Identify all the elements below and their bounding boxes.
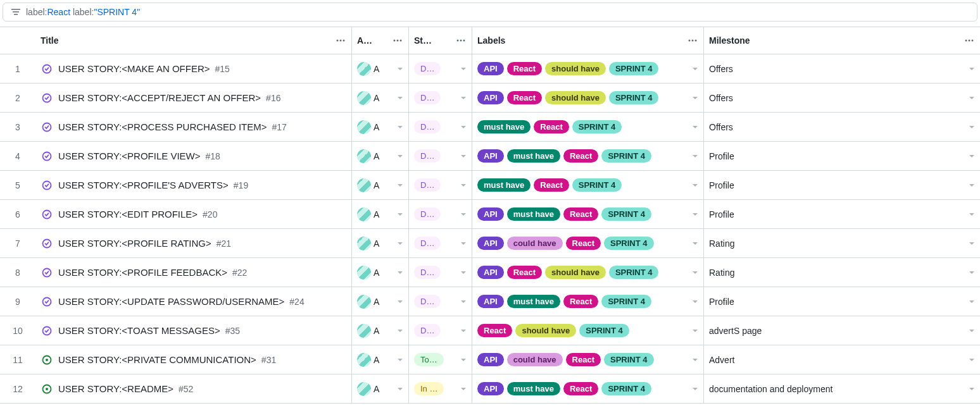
assignee-cell[interactable]: A <box>352 345 409 374</box>
label-couldhave[interactable]: could have <box>507 353 563 366</box>
label-sprint4[interactable]: SPRINT 4 <box>579 324 629 337</box>
chevron-down-icon[interactable] <box>969 182 975 189</box>
title-cell[interactable]: USER STORY:<TOAST MESSAGES>#35 <box>35 316 352 345</box>
chevron-down-icon[interactable] <box>460 386 467 392</box>
table-row[interactable]: 1USER STORY:<MAKE AN OFFER>#15AD…APIReac… <box>0 54 980 83</box>
label-sprint4[interactable]: SPRINT 4 <box>601 207 651 221</box>
label-api[interactable]: API <box>477 353 504 366</box>
label-react[interactable]: React <box>534 120 569 133</box>
status-cell[interactable]: D… <box>409 229 472 257</box>
title-cell[interactable]: USER STORY:<MAKE AN OFFER>#15 <box>35 54 352 83</box>
label-musthave[interactable]: must have <box>507 295 560 308</box>
table-row[interactable]: 9USER STORY:<UPDATE PASSWORD/USERNAME>#2… <box>0 287 980 316</box>
assignee-cell[interactable]: A <box>352 229 409 257</box>
label-api[interactable]: API <box>477 62 504 75</box>
col-menu-icon[interactable] <box>964 35 975 46</box>
chevron-down-icon[interactable] <box>969 66 975 72</box>
status-cell[interactable]: D… <box>409 113 472 141</box>
issue-title[interactable]: USER STORY:<UPDATE PASSWORD/USERNAME> <box>58 296 284 307</box>
chevron-down-icon[interactable] <box>397 328 403 334</box>
labels-cell[interactable]: APImust haveReactSPRINT 4 <box>472 200 704 228</box>
issue-title[interactable]: USER STORY:<README> <box>58 383 173 394</box>
assignee-cell[interactable]: A <box>352 316 409 345</box>
milestone-cell[interactable]: Profile <box>704 200 980 228</box>
assignee-cell[interactable]: A <box>352 142 409 170</box>
status-cell[interactable]: D… <box>409 258 472 287</box>
assignee-cell[interactable]: A <box>352 287 409 316</box>
chevron-down-icon[interactable] <box>397 182 403 189</box>
title-cell[interactable]: USER STORY:<PROFILE FEEDBACK>#22 <box>35 258 352 287</box>
label-react[interactable]: React <box>566 353 601 366</box>
label-api[interactable]: API <box>477 207 504 221</box>
chevron-down-icon[interactable] <box>460 95 467 101</box>
issue-title[interactable]: USER STORY:<PROFILE'S ADVERTS> <box>58 180 229 190</box>
milestone-cell[interactable]: Advert <box>704 345 980 374</box>
chevron-down-icon[interactable] <box>692 211 698 218</box>
chevron-down-icon[interactable] <box>692 357 698 363</box>
label-react[interactable]: React <box>507 91 542 104</box>
title-cell[interactable]: USER STORY:<UPDATE PASSWORD/USERNAME>#24 <box>35 287 352 316</box>
chevron-down-icon[interactable] <box>397 211 403 218</box>
milestone-cell[interactable]: Offers <box>704 54 980 83</box>
chevron-down-icon[interactable] <box>397 124 403 130</box>
labels-cell[interactable]: APIReactshould haveSPRINT 4 <box>472 258 704 287</box>
labels-cell[interactable]: APImust haveReactSPRINT 4 <box>472 287 704 316</box>
milestone-cell[interactable]: Offers <box>704 83 980 112</box>
filter-bar[interactable]: label:React label:"SPRINT 4" <box>3 3 977 22</box>
chevron-down-icon[interactable] <box>692 299 698 305</box>
chevron-down-icon[interactable] <box>460 269 467 276</box>
issue-title[interactable]: USER STORY:<PROFILE VIEW> <box>58 151 201 161</box>
chevron-down-icon[interactable] <box>460 240 467 247</box>
assignee-cell[interactable]: A <box>352 113 409 141</box>
chevron-down-icon[interactable] <box>460 211 467 218</box>
label-sprint4[interactable]: SPRINT 4 <box>572 178 622 192</box>
title-cell[interactable]: USER STORY:<PROCESS PURCHASED ITEM>#17 <box>35 113 352 141</box>
chevron-down-icon[interactable] <box>969 299 975 305</box>
title-cell[interactable]: USER STORY:<PROFILE'S ADVERTS>#19 <box>35 171 352 199</box>
chevron-down-icon[interactable] <box>969 240 975 247</box>
assignee-cell[interactable]: A <box>352 200 409 228</box>
status-cell[interactable]: D… <box>409 171 472 199</box>
table-row[interactable]: 11USER STORY:<PRIVATE COMMUNICATION>#31A… <box>0 345 980 374</box>
chevron-down-icon[interactable] <box>397 95 403 101</box>
col-menu-icon[interactable] <box>335 35 346 46</box>
chevron-down-icon[interactable] <box>969 269 975 276</box>
label-couldhave[interactable]: could have <box>507 237 563 250</box>
label-react[interactable]: React <box>534 178 569 192</box>
chevron-down-icon[interactable] <box>460 299 467 305</box>
status-cell[interactable]: D… <box>409 83 472 112</box>
milestone-cell[interactable]: documentation and deployment <box>704 374 980 403</box>
label-sprint4[interactable]: SPRINT 4 <box>604 353 654 366</box>
label-api[interactable]: API <box>477 382 504 395</box>
col-status-header[interactable]: St… <box>414 35 432 46</box>
label-shouldhave[interactable]: should have <box>545 91 606 104</box>
status-cell[interactable]: In … <box>409 374 472 403</box>
issue-title[interactable]: USER STORY:<TOAST MESSAGES> <box>58 325 220 336</box>
status-cell[interactable]: D… <box>409 54 472 83</box>
chevron-down-icon[interactable] <box>969 211 975 218</box>
status-cell[interactable]: D… <box>409 200 472 228</box>
chevron-down-icon[interactable] <box>460 153 467 159</box>
table-row[interactable]: 12USER STORY:<README>#52AIn …APImust hav… <box>0 374 980 404</box>
chevron-down-icon[interactable] <box>969 328 975 334</box>
label-musthave[interactable]: must have <box>477 120 531 133</box>
table-row[interactable]: 7USER STORY:<PROFILE RATING>#21AD…APIcou… <box>0 229 980 258</box>
issue-title[interactable]: USER STORY:<PRIVATE COMMUNICATION> <box>58 354 256 365</box>
issue-title[interactable]: USER STORY:<PROCESS PURCHASED ITEM> <box>58 121 267 132</box>
table-row[interactable]: 10USER STORY:<TOAST MESSAGES>#35AD…React… <box>0 316 980 345</box>
label-react[interactable]: React <box>563 207 598 221</box>
labels-cell[interactable]: must haveReactSPRINT 4 <box>472 113 704 141</box>
label-sprint4[interactable]: SPRINT 4 <box>604 237 654 250</box>
col-milestone-header[interactable]: Milestone <box>709 35 750 46</box>
label-react[interactable]: React <box>563 382 598 395</box>
labels-cell[interactable]: APIcould haveReactSPRINT 4 <box>472 229 704 257</box>
label-musthave[interactable]: must have <box>507 149 560 163</box>
chevron-down-icon[interactable] <box>397 386 403 392</box>
milestone-cell[interactable]: Rating <box>704 258 980 287</box>
title-cell[interactable]: USER STORY:<PRIVATE COMMUNICATION>#31 <box>35 345 352 374</box>
label-react[interactable]: React <box>563 149 598 163</box>
label-sprint4[interactable]: SPRINT 4 <box>609 91 659 104</box>
title-cell[interactable]: USER STORY:<PROFILE RATING>#21 <box>35 229 352 257</box>
chevron-down-icon[interactable] <box>692 124 698 130</box>
label-sprint4[interactable]: SPRINT 4 <box>601 382 651 395</box>
